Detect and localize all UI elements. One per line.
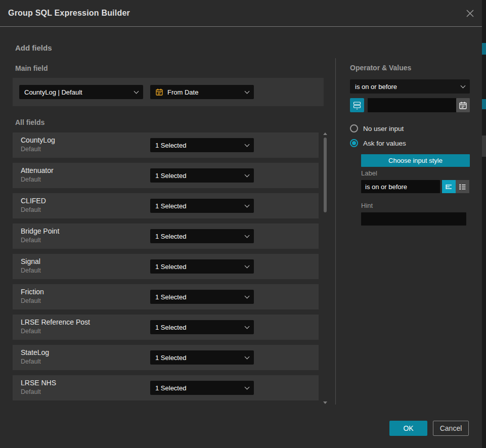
field-selection-dropdown[interactable]: 1 Selected: [150, 229, 254, 243]
date-value-input[interactable]: [368, 98, 470, 112]
field-row-lrse-reference-post: LRSE Reference Post Default 1 Selected: [13, 315, 319, 340]
main-date-field-value: From Date: [167, 88, 245, 96]
field-type: Default: [21, 328, 41, 335]
field-selection-dropdown[interactable]: 1 Selected: [150, 138, 254, 152]
chevron-down-icon: [461, 83, 466, 88]
chevron-down-icon: [245, 142, 250, 147]
field-row-bridge-point: Bridge Point Default 1 Selected: [13, 223, 319, 249]
calendar-icon: [155, 88, 163, 96]
field-type: Default: [21, 237, 41, 244]
operator-values-heading: Operator & Values: [350, 64, 411, 72]
multi-value-style-button[interactable]: [456, 180, 469, 193]
bullet-list-icon: [458, 183, 467, 191]
field-name: Friction: [21, 288, 44, 296]
page-edge-strip: [482, 0, 486, 448]
field-row-signal: Signal Default 1 Selected: [13, 254, 319, 279]
radio-no-user-input[interactable]: No user input: [350, 124, 404, 133]
choose-input-style-button[interactable]: Choose input style: [361, 154, 470, 167]
value-list-icon: [352, 101, 362, 110]
value-input-type-button[interactable]: [350, 98, 364, 112]
field-type: Default: [21, 146, 41, 153]
chevron-down-icon: [245, 263, 250, 268]
chevron-down-icon: [245, 172, 250, 177]
field-type: Default: [21, 358, 41, 365]
selection-count: 1 Selected: [155, 263, 245, 271]
edge-accent-mark: [482, 43, 486, 55]
add-fields-heading: Add fields: [15, 43, 52, 52]
label-caption: Label: [361, 169, 377, 177]
date-picker-button[interactable]: [456, 98, 470, 112]
radio-no-user-input-label: No user input: [363, 125, 404, 132]
cancel-button[interactable]: Cancel: [433, 421, 469, 436]
scroll-down-arrow-icon[interactable]: [323, 401, 327, 404]
radio-ask-for-values-label: Ask for values: [363, 140, 406, 147]
field-name: LRSE Reference Post: [21, 318, 90, 326]
selection-count: 1 Selected: [155, 172, 245, 180]
selection-count: 1 Selected: [155, 233, 245, 240]
operator-select[interactable]: is on or before: [350, 79, 470, 94]
chevron-down-icon: [245, 88, 250, 94]
radio-ask-for-values[interactable]: Ask for values: [350, 139, 406, 148]
chevron-down-icon: [245, 233, 250, 238]
field-type: Default: [21, 297, 41, 304]
field-type: Default: [21, 206, 41, 213]
field-type: Default: [21, 176, 41, 183]
main-field-heading: Main field: [15, 64, 48, 72]
calendar-icon: [459, 101, 467, 110]
chevron-down-icon: [245, 324, 250, 329]
title-bar: Group SQL Expression Builder: [0, 0, 482, 26]
main-source-select[interactable]: CountyLog | Default: [19, 85, 143, 99]
field-name: CountyLog: [21, 136, 55, 144]
selection-count: 1 Selected: [155, 324, 245, 331]
selection-count: 1 Selected: [155, 384, 245, 392]
title-divider: [0, 26, 482, 27]
chevron-down-icon: [245, 293, 250, 298]
hint-caption: Hint: [361, 202, 373, 209]
radio-circle-selected-icon: [350, 139, 358, 147]
field-name: CLIFED: [21, 197, 46, 205]
operator-select-value: is on or before: [355, 83, 461, 91]
edge-accent-mark: [482, 99, 486, 109]
field-selection-dropdown[interactable]: 1 Selected: [150, 320, 254, 334]
edge-gray-mark: [482, 136, 486, 157]
field-selection-dropdown[interactable]: 1 Selected: [150, 259, 254, 274]
field-selection-dropdown[interactable]: 1 Selected: [150, 290, 254, 304]
dialog-title: Group SQL Expression Builder: [8, 0, 130, 26]
field-row-countylog: CountyLog Default 1 Selected: [13, 132, 319, 158]
panel-divider: [335, 58, 336, 405]
group-sql-expression-builder-dialog: Group SQL Expression Builder Add fields …: [0, 0, 486, 448]
single-value-style-button[interactable]: [442, 180, 456, 193]
field-name: Signal: [21, 257, 40, 265]
hint-input[interactable]: [361, 212, 466, 226]
chevron-down-icon: [245, 384, 250, 389]
chevron-down-icon: [134, 88, 139, 94]
field-selection-dropdown[interactable]: 1 Selected: [150, 168, 254, 183]
all-fields-heading: All fields: [15, 118, 45, 126]
main-date-field-select[interactable]: From Date: [150, 85, 254, 99]
field-row-clifed: CLIFED Default 1 Selected: [13, 193, 319, 218]
field-name: Bridge Point: [21, 227, 59, 235]
field-row-lrse-nhs: LRSE NHS Default 1 Selected: [13, 375, 319, 400]
field-selection-dropdown[interactable]: 1 Selected: [150, 381, 254, 395]
field-type: Default: [21, 388, 41, 395]
align-left-icon: [445, 183, 453, 191]
field-name: Attenuator: [21, 166, 54, 174]
field-selection-dropdown[interactable]: 1 Selected: [150, 350, 254, 365]
field-name: StateLog: [21, 348, 49, 356]
field-type: Default: [21, 267, 41, 274]
selection-count: 1 Selected: [155, 293, 245, 301]
selection-count: 1 Selected: [155, 202, 245, 210]
label-input[interactable]: [361, 180, 440, 193]
field-row-statelog: StateLog Default 1 Selected: [13, 345, 319, 370]
selection-count: 1 Selected: [155, 142, 245, 149]
field-name: LRSE NHS: [21, 379, 56, 387]
radio-circle-icon: [350, 124, 358, 132]
main-source-select-value: CountyLog | Default: [24, 88, 135, 96]
scroll-up-arrow-icon[interactable]: [323, 132, 327, 135]
close-icon[interactable]: [465, 9, 475, 18]
list-scrollbar-thumb[interactable]: [324, 138, 327, 212]
field-selection-dropdown[interactable]: 1 Selected: [150, 199, 254, 213]
ok-button[interactable]: OK: [389, 421, 427, 436]
chevron-down-icon: [245, 202, 250, 207]
selection-count: 1 Selected: [155, 354, 245, 362]
